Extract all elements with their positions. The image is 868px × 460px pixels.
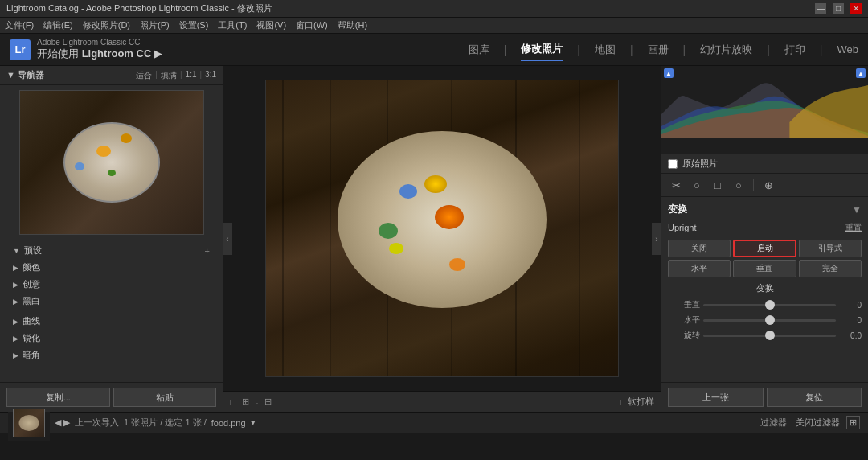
menu-photo[interactable]: 照片(P) — [140, 19, 170, 31]
triangle-icon-5: ▶ — [13, 318, 18, 326]
prev-photo-button[interactable]: 上一张 — [668, 388, 764, 407]
zoom-3-1[interactable]: 3:1 — [205, 70, 216, 81]
upright-row: Upright 重置 — [668, 219, 862, 236]
next-icon[interactable]: ▶ — [63, 417, 70, 427]
tab-slideshow[interactable]: 幻灯片放映 — [700, 39, 752, 60]
menu-settings[interactable]: 设置(S) — [179, 19, 209, 31]
status-import-label: 上一次导入 — [75, 417, 119, 429]
upright-buttons-row2: 水平 垂直 完全 — [668, 260, 862, 277]
main-area: ▼ 导航器 适合 | 填满 | 1:1 | 3:1 — [0, 66, 868, 412]
sharpen-header[interactable]: ▶ 锐化 — [6, 330, 216, 347]
filter-label: 过滤器: — [760, 417, 789, 429]
histogram-shadow-clipping[interactable]: ▲ — [664, 68, 674, 78]
tab-book[interactable]: 画册 — [648, 39, 669, 60]
tab-library[interactable]: 图库 — [469, 39, 489, 60]
menu-bar: 文件(F) 编辑(E) 修改照片(D) 照片(P) 设置(S) 工具(T) 视图… — [0, 18, 868, 34]
triangle-icon-2: ▶ — [13, 264, 18, 272]
tab-print[interactable]: 打印 — [784, 39, 805, 60]
upright-guided-button[interactable]: 引导式 — [799, 240, 862, 257]
menu-help[interactable]: 帮助(H) — [338, 19, 367, 31]
upright-reset-button[interactable]: 重置 — [845, 222, 862, 233]
transform-expand[interactable]: ▼ — [852, 204, 862, 216]
filmstrip-icon-square[interactable]: □ — [230, 397, 235, 407]
upright-level-button[interactable]: 水平 — [668, 260, 731, 277]
menu-view[interactable]: 视图(V) — [256, 19, 286, 31]
lr-badge: Lr — [10, 39, 31, 60]
adjustment-brush-tool[interactable]: ⊕ — [760, 177, 776, 193]
tools-separator — [753, 179, 754, 191]
nav-divider-6: | — [820, 43, 823, 56]
top-nav: Lr Adobe Lightroom Classic CC 开始使用 Light… — [0, 34, 868, 66]
horizontal-slider-track[interactable] — [703, 319, 836, 322]
zoom-fill[interactable]: 填满 — [161, 70, 177, 81]
zoom-fit[interactable]: 适合 — [136, 70, 152, 81]
filename-dropdown-icon[interactable]: ▾ — [251, 417, 256, 428]
filter-toggle-icon[interactable]: ⊞ — [846, 416, 860, 429]
paste-button[interactable]: 粘贴 — [113, 388, 217, 407]
prev-icon[interactable]: ◀ — [55, 417, 61, 427]
menu-tools[interactable]: 工具(T) — [218, 19, 247, 31]
upright-vertical-button[interactable]: 垂直 — [733, 260, 796, 277]
curves-header[interactable]: ▶ 曲线 — [6, 313, 216, 330]
left-panel-toggle[interactable]: ‹ — [223, 223, 232, 255]
rotate-slider-value: 0.0 — [839, 331, 862, 340]
navigator-thumbnail[interactable] — [19, 90, 204, 235]
filmstrip-thumbnail[interactable] — [13, 409, 45, 437]
filter-off-link[interactable]: 关闭过滤器 — [796, 417, 840, 429]
soft-proof-checkbox[interactable]: □ — [616, 397, 621, 407]
preset-group-bw[interactable]: ▶ 黑白 — [6, 293, 216, 310]
nav-divider-4: | — [683, 43, 686, 56]
horizontal-slider-thumb[interactable] — [765, 315, 775, 325]
minimize-button[interactable]: — — [815, 3, 826, 14]
triangle-icon-7: ▶ — [13, 351, 18, 359]
vertical-slider-track[interactable] — [703, 304, 836, 306]
upright-full-button[interactable]: 完全 — [799, 260, 862, 277]
graduated-filter-tool[interactable]: ○ — [731, 177, 747, 193]
transform-section: 变换 ▼ Upright 重置 关闭 启动 引导式 水平 垂直 完全 变换 — [661, 197, 868, 347]
preset-group-creative[interactable]: ▶ 创意 — [6, 276, 216, 293]
tone-curve-section: ▶ 曲线 ▶ 锐化 ▶ 暗角 — [0, 311, 223, 365]
close-button[interactable]: ✕ — [850, 3, 862, 14]
rotate-slider-track[interactable] — [703, 335, 836, 337]
redeye-tool[interactable]: □ — [710, 177, 726, 193]
navigator-thumbnail-area — [0, 85, 223, 240]
spot-removal-tool[interactable]: ○ — [689, 177, 705, 193]
tab-map[interactable]: 地图 — [595, 39, 616, 60]
triangle-icon-4: ▶ — [13, 298, 18, 306]
filmstrip-icon-grid[interactable]: ⊞ — [242, 396, 249, 407]
navigator-title: ▼ 导航器 — [6, 69, 44, 81]
add-preset-icon[interactable]: + — [205, 246, 210, 256]
soft-proof-label: 软打样 — [628, 396, 654, 408]
tab-develop[interactable]: 修改照片 — [521, 39, 563, 61]
menu-window[interactable]: 窗口(W) — [296, 19, 328, 31]
window-controls: — □ ✕ — [815, 3, 862, 14]
original-photo-section: 原始照片 — [661, 154, 868, 174]
rotate-slider-thumb[interactable] — [765, 331, 775, 340]
upright-auto-button[interactable]: 启动 — [733, 240, 797, 257]
food-flower-orange — [435, 205, 464, 229]
filmstrip-icon-minus[interactable]: ⊟ — [264, 396, 272, 407]
histogram-highlight-clipping[interactable]: ▲ — [856, 68, 866, 78]
original-photo-checkbox[interactable] — [668, 159, 678, 169]
presets-header[interactable]: ▼ 预设 + — [6, 242, 216, 259]
rotate-slider-label: 旋转 — [668, 330, 700, 341]
right-panel: ▲ ▲ 原始照片 ✂ ○ □ ○ — [661, 66, 868, 412]
shadow-header[interactable]: ▶ 暗角 — [6, 347, 216, 363]
reset-button[interactable]: 复位 — [767, 388, 862, 407]
menu-file[interactable]: 文件(F) — [5, 19, 34, 31]
vertical-slider-thumb[interactable] — [765, 300, 775, 310]
zoom-1-1[interactable]: 1:1 — [186, 70, 197, 81]
menu-develop[interactable]: 修改照片(D) — [83, 19, 130, 31]
status-filename[interactable]: food.png — [211, 418, 246, 428]
upright-off-button[interactable]: 关闭 — [668, 240, 731, 257]
tab-web[interactable]: Web — [837, 40, 859, 59]
preset-group-color[interactable]: ▶ 颜色 — [6, 259, 216, 276]
menu-edit[interactable]: 编辑(E) — [43, 19, 73, 31]
copy-button[interactable]: 复制... — [6, 388, 110, 407]
zoom-controls: 适合 | 填满 | 1:1 | 3:1 — [136, 70, 216, 81]
crop-tool[interactable]: ✂ — [668, 177, 684, 193]
rotate-slider-row: 旋转 0.0 — [668, 330, 862, 341]
filmstrip-separator: - — [256, 397, 259, 407]
maximize-button[interactable]: □ — [833, 3, 844, 14]
right-panel-toggle[interactable]: › — [652, 223, 661, 255]
